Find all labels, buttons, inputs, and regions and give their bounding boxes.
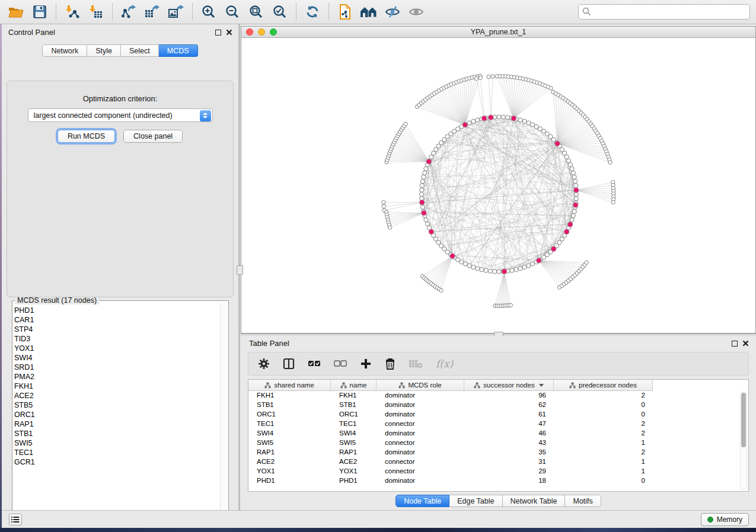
optimization-select[interactable]: largest connected component (undirected) xyxy=(28,108,213,122)
mcds-result-item[interactable]: CAR1 xyxy=(14,315,219,325)
table-scrollbar[interactable] xyxy=(740,392,747,490)
table-cell: 2 xyxy=(554,429,653,438)
export-table-icon[interactable] xyxy=(142,2,162,21)
task-list-icon[interactable] xyxy=(9,514,22,525)
table-cell: TEC1 xyxy=(248,419,331,429)
table-row[interactable]: FKH1FKH1dominator962 xyxy=(248,391,748,400)
mcds-result-item[interactable]: SRD1 xyxy=(14,363,219,372)
zoom-out-icon[interactable] xyxy=(222,2,243,21)
mcds-result-item[interactable]: ORC1 xyxy=(14,410,219,419)
table-cell: TEC1 xyxy=(331,419,377,429)
mcds-result-item[interactable]: YOX1 xyxy=(14,344,219,353)
mcds-result-item[interactable]: PMA2 xyxy=(14,372,219,382)
settings-gear-icon[interactable] xyxy=(258,358,270,370)
table-cell: 1 xyxy=(554,457,653,467)
mcds-result-item[interactable]: TEC1 xyxy=(14,448,219,457)
tab-network[interactable]: Network xyxy=(42,44,87,57)
table-cell: 62 xyxy=(464,400,554,410)
table-cell: YOX1 xyxy=(248,467,331,476)
table-scrollbar-thumb[interactable] xyxy=(741,393,746,447)
show-eye-icon[interactable] xyxy=(406,2,426,21)
refresh-icon[interactable] xyxy=(302,2,323,21)
run-mcds-button[interactable]: Run MCDS xyxy=(58,130,115,143)
close-panel-button[interactable]: Close panel xyxy=(123,130,183,143)
table-toolbar: f(x) xyxy=(248,352,749,376)
tab-network-table[interactable]: Network Table xyxy=(503,495,566,507)
zoom-selected-icon[interactable] xyxy=(270,2,290,21)
table-panel-title: Table Panel xyxy=(249,339,289,348)
tab-node-table[interactable]: Node Table xyxy=(395,495,449,507)
column-header-successor-nodes[interactable]: successor nodes xyxy=(464,380,554,391)
table-row[interactable]: STB1STB1dominator620 xyxy=(248,400,748,410)
column-header-label: successor nodes xyxy=(483,382,534,389)
export-network-icon[interactable] xyxy=(119,2,139,21)
column-header-mcds-role[interactable]: MCDS role xyxy=(377,380,464,391)
column-header-predecessor-nodes[interactable]: predecessor nodes xyxy=(554,380,653,391)
table-row[interactable]: ACE2ACE2connector311 xyxy=(248,457,748,467)
table-cell: 2 xyxy=(554,448,653,457)
column-header-name[interactable]: name xyxy=(331,380,377,391)
save-icon[interactable] xyxy=(30,2,50,21)
table-row[interactable]: YOX1YOX1connector291 xyxy=(248,467,748,476)
mcds-result-item[interactable]: RAP1 xyxy=(14,419,219,429)
search-input[interactable] xyxy=(578,4,750,20)
mcds-list-scrollbar[interactable] xyxy=(220,303,227,518)
column-header-label: name xyxy=(350,382,367,389)
table-cell: connector xyxy=(377,419,464,429)
vertical-splitter-handle[interactable] xyxy=(237,265,243,275)
mcds-result-item[interactable]: GCR1 xyxy=(14,457,219,467)
delete-row-icon[interactable] xyxy=(385,358,395,370)
mcds-result-item[interactable]: TID3 xyxy=(14,334,219,344)
unselect-all-icon[interactable] xyxy=(334,360,347,368)
control-panel: Control Panel NetworkStyleSelectMCDS Opt… xyxy=(2,24,239,510)
select-all-icon[interactable] xyxy=(308,360,321,368)
table-row[interactable]: ORC1ORC1dominator610 xyxy=(248,410,748,419)
column-header-shared-name[interactable]: shared name xyxy=(248,380,331,391)
table-tabs: Node TableEdge TableNetwork TableMotifs xyxy=(241,495,756,507)
import-network-icon[interactable] xyxy=(62,2,82,21)
table-cell: 43 xyxy=(464,438,554,448)
mcds-result-item[interactable]: PHD1 xyxy=(14,306,219,315)
import-table-icon[interactable] xyxy=(86,2,106,21)
zoom-in-icon[interactable] xyxy=(199,2,219,21)
table-row[interactable]: PHD1PHD1dominator180 xyxy=(248,476,748,486)
zoom-fit-icon[interactable] xyxy=(246,2,266,21)
houses-icon[interactable] xyxy=(359,2,379,21)
table-cell: dominator xyxy=(377,476,464,486)
mcds-result-item[interactable]: SWI5 xyxy=(14,438,219,448)
tab-mcds[interactable]: MCDS xyxy=(159,44,198,57)
hide-eye-icon[interactable] xyxy=(382,2,403,21)
mcds-result-item[interactable]: STP4 xyxy=(14,325,219,334)
mcds-result-item[interactable]: FKH1 xyxy=(14,382,219,391)
add-row-icon[interactable] xyxy=(360,358,372,370)
mcds-result-list: PHD1CAR1STP4TID3YOX1SWI4SRD1PMA2FKH1ACE2… xyxy=(14,306,219,518)
open-file-icon[interactable] xyxy=(6,2,26,21)
network-canvas[interactable] xyxy=(241,38,755,333)
tab-motifs[interactable]: Motifs xyxy=(565,495,601,507)
share-document-icon[interactable] xyxy=(335,2,355,21)
mcds-result-item[interactable]: SWI4 xyxy=(14,353,219,363)
close-table-panel-icon[interactable] xyxy=(742,340,749,347)
table-row[interactable]: SWI5SWI5connector431 xyxy=(248,438,748,448)
float-panel-icon[interactable] xyxy=(215,30,221,36)
table-cell: 96 xyxy=(464,391,554,400)
mcds-result-item[interactable]: STB5 xyxy=(14,400,219,410)
memory-button[interactable]: Memory xyxy=(701,513,749,526)
export-image-icon[interactable] xyxy=(166,2,186,21)
tab-edge-table[interactable]: Edge Table xyxy=(449,495,502,507)
table-row[interactable]: TEC1TEC1connector472 xyxy=(248,419,748,429)
table-cell: 18 xyxy=(464,476,554,486)
tab-style[interactable]: Style xyxy=(87,44,121,57)
mcds-result-item[interactable]: STB1 xyxy=(14,429,219,438)
columns-icon[interactable] xyxy=(283,358,295,370)
table-row[interactable]: RAP1RAP1dominator352 xyxy=(248,448,748,457)
tab-select[interactable]: Select xyxy=(121,44,159,57)
close-panel-icon[interactable] xyxy=(226,29,232,36)
function-builder-icon: f(x) xyxy=(436,358,453,370)
table-row[interactable]: SWI4SWI4dominator462 xyxy=(248,429,748,438)
mcds-options-box: Optimization criterion: largest connecte… xyxy=(7,81,234,297)
column-header-label: MCDS role xyxy=(408,382,441,389)
optimization-criterion-label: Optimization criterion: xyxy=(7,94,233,103)
float-table-panel-icon[interactable] xyxy=(732,341,738,347)
mcds-result-item[interactable]: ACE2 xyxy=(14,391,219,400)
